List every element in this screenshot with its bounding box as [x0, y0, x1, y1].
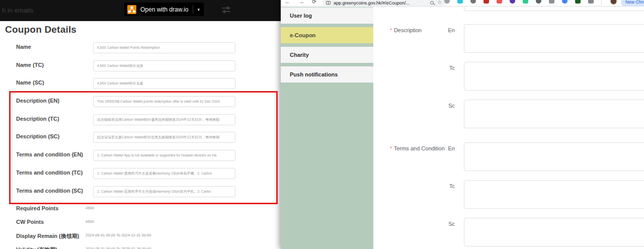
field-row: Terms and condition (EN)1. Carbon Wallet… — [0, 148, 281, 166]
extension-icon[interactable] — [549, 0, 554, 4]
lang-row: Sc — [373, 218, 644, 246]
coupon-form-fields: Name4,500 Carbon Wallet Points Redemptio… — [0, 40, 281, 202]
partial-field-above[interactable] — [464, 7, 644, 11]
field-row: Name (SC)4,500 Carbon Wallet积分兑换 — [0, 76, 281, 94]
left-window-header: h in emails Open with draw.io ▾ — [0, 0, 281, 21]
coupon-readonly-fields: Required Points4500CW Points4500Display … — [0, 202, 281, 249]
display-settings-sliders-icon[interactable] — [222, 7, 230, 14]
field-label: Display Remain (換領期) — [16, 232, 79, 240]
sidebar-item-push-notifications[interactable]: Push notifications — [281, 66, 373, 82]
field-value: 2024-05-01 00:00 To 2025-02-28 00:00 — [86, 246, 151, 249]
page-title: Coupon Details — [5, 24, 76, 35]
forward-icon[interactable]: → — [299, 0, 304, 5]
drawio-icon — [127, 5, 136, 14]
extension-icon[interactable] — [457, 0, 463, 4]
field-input[interactable]: 1. Carbon Wallet 应用程序不支持搭载Harmony OS的华为手… — [93, 186, 235, 197]
screenshot-stage: h in emails Open with draw.io ▾ Coup — [0, 0, 644, 249]
extension-icon[interactable] — [497, 0, 502, 4]
field-label: Description (TC) — [16, 116, 59, 122]
browser-window: ← → ⟳ app.greenycoins.gov.hk/#/eCoupon/.… — [281, 0, 644, 249]
field-value: 2024-05-01 00:00 To 2024-12-31 00:00 — [86, 233, 151, 237]
sidebar-item-charity[interactable]: Charity — [281, 47, 373, 63]
field-row: Terms and condition (SC)1. Carbon Wallet… — [0, 184, 281, 202]
lang-row: Sc — [373, 100, 644, 128]
field-label: Name (SC) — [16, 79, 44, 86]
field-input[interactable]: 4,500 Carbon Wallet積分兌換 — [93, 60, 235, 71]
bookmark-star-icon[interactable]: ☆ — [437, 0, 442, 5]
extension-icon[interactable] — [510, 0, 515, 4]
sidebar-item-e-coupon[interactable]: e-Coupon — [281, 27, 373, 43]
field-row: Name (TC)4,500 Carbon Wallet積分兌換 — [0, 58, 281, 76]
field-label: CW Points — [16, 219, 44, 225]
button-divider — [193, 5, 193, 14]
field-input[interactable]: 1. Carbon Wallet 應用程式不支援搭載Harmony OS的華為手… — [93, 168, 235, 179]
drawio-button-label: Open with draw.io — [140, 6, 188, 13]
field-row: Description (TC)此次綠綠賞兌換Carbon Wallet積分優惠… — [0, 112, 281, 130]
terms-and-condition-tc-textarea[interactable] — [464, 180, 644, 209]
field-input[interactable]: This GREEN$-Carbon Wallet points redempt… — [93, 96, 235, 107]
description-en-textarea[interactable] — [464, 24, 644, 53]
extension-icon[interactable] — [536, 0, 541, 4]
sidebar-item-user-log[interactable]: User log — [281, 8, 373, 24]
field-label: Required Points — [16, 205, 58, 211]
field-row: Description (EN)This GREEN$-Carbon Walle… — [0, 94, 281, 112]
field-label: Name — [16, 44, 31, 50]
field-value: 4500 — [86, 206, 94, 210]
open-with-drawio-button[interactable]: Open with draw.io ▾ — [124, 3, 204, 16]
lang-row: Tc — [373, 62, 644, 91]
extension-icon[interactable] — [470, 0, 476, 4]
split-view-icon — [326, 1, 331, 5]
field-label: Validity (有效期) — [16, 246, 57, 249]
field-label: Terms and condition (EN) — [16, 151, 83, 157]
extension-icon[interactable] — [484, 0, 489, 4]
browser-toolbar: ← → ⟳ app.greenycoins.gov.hk/#/eCoupon/.… — [281, 0, 644, 7]
lang-label-tc: Tc — [439, 65, 455, 71]
extension-icon[interactable] — [575, 0, 581, 4]
form-group: *Terms and ConditionEnTcSc — [373, 142, 644, 246]
field-input[interactable]: 此次绿绿赏兑换Carbon Wallet积分优惠兑换期限至2024年12月31日… — [93, 132, 235, 143]
field-label: Description (EN) — [16, 98, 59, 104]
field-label: Name (TC) — [16, 62, 44, 68]
address-bar[interactable]: app.greenycoins.gov.hk/#/eCoupon/... ☆ — [322, 0, 446, 6]
search-in-emails-text: h in emails — [2, 7, 33, 14]
field-input[interactable]: 1. Carbon Wallet App is not available or… — [93, 150, 235, 161]
reload-icon[interactable]: ⟳ — [312, 0, 316, 5]
field-row: Name4,500 Carbon Wallet Points Redemptio… — [0, 40, 281, 58]
description-tc-textarea[interactable] — [464, 62, 644, 91]
profile-avatar[interactable] — [610, 0, 617, 5]
form-group: *DescriptionEnTcSc — [373, 24, 644, 128]
ecoupon-edit-form: *DescriptionEnTcSc*Terms and ConditionEn… — [373, 7, 644, 249]
lang-label-sc: Sc — [439, 103, 455, 109]
form-groups: *DescriptionEnTcSc*Terms and ConditionEn… — [373, 24, 644, 246]
field-input[interactable]: 4,500 Carbon Wallet积分兑换 — [93, 78, 235, 89]
lang-label-tc: Tc — [439, 183, 455, 189]
lang-label-en: En — [439, 27, 455, 33]
description-sc-textarea[interactable] — [464, 100, 644, 128]
field-label: Terms and condition (SC) — [16, 188, 83, 194]
new-chrome-button[interactable]: New Chrome — [621, 0, 644, 7]
extension-icon[interactable] — [562, 0, 568, 4]
field-row: Validity (有效期)2024-05-01 00:00 To 2025-0… — [0, 243, 281, 249]
field-value: 4500 — [86, 219, 94, 224]
field-row: Required Points4500 — [0, 202, 281, 216]
extension-icon[interactable] — [523, 0, 528, 4]
field-input[interactable]: 此次綠綠賞兌換Carbon Wallet積分優惠兌換期限至2024年12月31日… — [93, 114, 235, 125]
extension-icon[interactable] — [444, 0, 450, 4]
lang-row: En — [373, 24, 644, 53]
lang-label-sc: Sc — [439, 221, 455, 227]
field-row: CW Points4500 — [0, 216, 281, 229]
terms-and-condition-sc-textarea[interactable] — [464, 218, 644, 246]
browser-page-content: User loge-CouponCharityPush notification… — [281, 7, 644, 249]
admin-sidebar: User loge-CouponCharityPush notification… — [281, 7, 373, 249]
url-text: app.greenycoins.gov.hk/#/eCoupon/... — [334, 1, 427, 6]
back-icon[interactable]: ← — [285, 0, 290, 5]
lang-label-en: En — [439, 145, 455, 151]
extension-icon[interactable] — [588, 0, 594, 4]
search-icon[interactable] — [430, 1, 434, 5]
chevron-down-icon[interactable]: ▾ — [197, 7, 200, 12]
field-input[interactable]: 4,500 Carbon Wallet Points Redemption — [93, 42, 235, 53]
field-label: Description (SC) — [16, 133, 59, 139]
terms-and-condition-en-textarea[interactable] — [464, 142, 644, 171]
coupon-details-window: h in emails Open with draw.io ▾ Coup — [0, 0, 281, 249]
field-row: Description (SC)此次绿绿赏兑换Carbon Wallet积分优惠… — [0, 130, 281, 148]
